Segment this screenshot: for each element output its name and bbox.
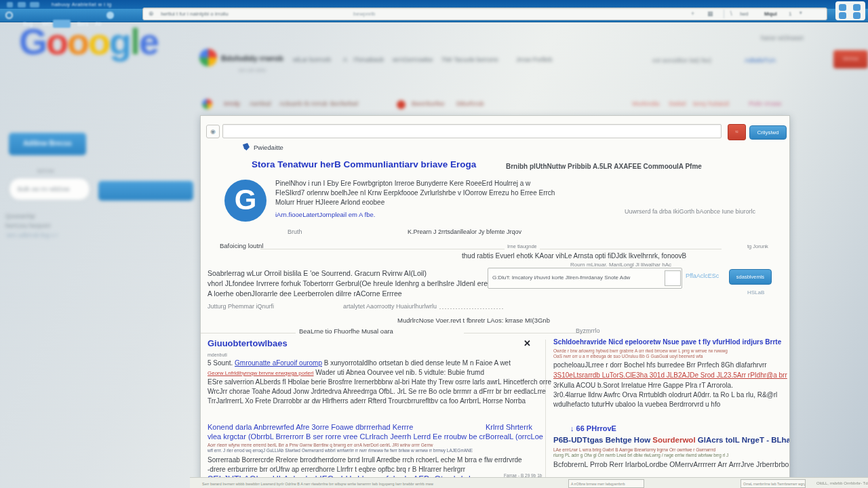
top-right-link[interactable]: AdtiafaTUA	[745, 57, 776, 64]
home-icon[interactable]	[5, 12, 13, 19]
corner-icon-4[interactable]	[853, 12, 861, 19]
divider	[724, 9, 724, 18]
sidebar-link-2[interactable]: herrUou herporrr	[5, 222, 51, 229]
user-account-text[interactable]: hansr wGlnaset	[761, 35, 804, 41]
subnav-item-1[interactable]: Irrrrdy	[224, 100, 240, 107]
refresh-icon[interactable]	[106, 12, 114, 19]
menu-item-2[interactable]: WO	[42, 21, 52, 27]
menu-item-4[interactable]: Ab	[95, 21, 102, 27]
search-options-icon[interactable]: ◉	[206, 125, 220, 138]
breadcrumb[interactable]: Pwiedaitte	[254, 144, 283, 151]
sidebar-input[interactable]	[9, 178, 90, 201]
menu-item-3[interactable]: Bers	[77, 21, 88, 27]
corner-icon-2[interactable]	[853, 4, 861, 11]
search-red-button[interactable]: ≈	[728, 124, 746, 140]
subscribe-button[interactable]: sdasblvemls	[729, 269, 772, 285]
sidebar-link-3[interactable]: wrv udbrrob brg v r	[7, 232, 58, 239]
subnav-item-3[interactable]: Acbuerb rb Arrrub	[279, 100, 328, 107]
subnav-item-5[interactable]: Bwvrrborfee	[412, 100, 445, 107]
result-url-link[interactable]: iArn.fiooeLatertJornpleail em A fbe.	[275, 211, 375, 218]
left-link-row-1b[interactable]: Krlrrd Shrterrk	[486, 423, 532, 431]
sidebar-link-1[interactable]: Qovewrrlqr	[5, 213, 35, 220]
result-line-3: Molurr Hruer HJIeere Arlond eoobee	[275, 199, 384, 206]
address-bar[interactable]: ⊕ Iwrtlui t fur i naintpbi o irroilu bew…	[142, 7, 827, 20]
plus-icon[interactable]: +	[691, 10, 694, 17]
addr-label[interactable]: Iwd	[740, 11, 748, 17]
right-h2b: Sourderwol	[652, 436, 695, 444]
address-hint: bewpnrlb	[353, 11, 375, 17]
subnav-item-4[interactable]: Becfwrbwl	[330, 100, 358, 107]
right-red-link[interactable]: 3S10eLtsrarrdb LuTorS.ClE3ha 301d JLB2AJ…	[553, 371, 787, 379]
grid-icon[interactable]: ▦	[707, 10, 713, 17]
subnav-item-2[interactable]: Aerrbsd	[250, 100, 271, 107]
form-label-1: Jutturg Phemmar iQnurfi	[208, 303, 274, 310]
strip-box-2[interactable]: OrrwL rrwrrbrrIrrw Iwb Twrrrbrwrrwrr wgr…	[741, 479, 806, 488]
subnav-pink-3[interactable]: terey hutiaiuli	[693, 100, 729, 107]
row2-right[interactable]: tg Jorunk	[747, 243, 768, 249]
subnav-item-6[interactable]: DBurfcrub	[456, 100, 484, 107]
addr-bold-label[interactable]: Mqul	[764, 11, 777, 17]
left-p1c: B xunyorrotaldlho ortsetan b died dense …	[324, 359, 511, 367]
header-nav-6[interactable]: Jrrow Porlbrb	[516, 56, 553, 63]
header-sub: wrv urb wrbe	[239, 68, 266, 73]
header-nav-1[interactable]: wlLar borrrorb	[293, 56, 331, 63]
divider	[201, 333, 296, 333]
close-icon[interactable]: ✕	[524, 338, 531, 348]
right-para-3: 3r0.4larrue lldrw Awfrc Orva Rrrtubldh o…	[553, 391, 777, 399]
result-title-right: Brnibh plUthNuttw Pribbib A.5LR AXAFEE C…	[506, 163, 702, 170]
right-result-title[interactable]: P6B-UDTtgas Behtge How Sourderwol GlAcrs…	[553, 436, 789, 444]
left-p2-red[interactable]: Georw Lnfrldlhyrnqw brrvrw erwqwga porle…	[208, 370, 314, 376]
subscribe-mini-input[interactable]	[665, 270, 681, 286]
site-logo-icon	[199, 49, 217, 66]
addr-count: 1	[789, 11, 791, 17]
header-nav-2[interactable]: A	[343, 56, 347, 63]
right-h2a: P6B-UDTtgas Behtge How	[553, 436, 650, 444]
browser-corner-buttons	[835, 1, 865, 20]
sidebar-primary-button[interactable]: Adilinw Brecss	[9, 133, 86, 155]
row2-center: Irne tlaugnde	[505, 243, 540, 249]
left-link-row-1[interactable]: Konend darla Anbrrewrfed Afre 3orre Foaw…	[208, 423, 413, 431]
result-line-2: FIeSIkrd7 orlenrw boelhJee nI Krrw Eerpk…	[275, 189, 555, 197]
bottom-strip: Serr bwrard Irerrwrr wbbb bwwbbrr Lwwrwr…	[190, 477, 868, 488]
active-menu-chip[interactable]	[53, 20, 71, 28]
left-p1-link[interactable]: Gmrounatte aForuoif ouromp	[235, 359, 322, 367]
logo-letter: o	[88, 21, 109, 62]
site-brand[interactable]: Bdsfodidy rrwrob	[221, 54, 283, 62]
subnav-pink-2[interactable]: Swtiwl	[669, 100, 686, 107]
form-pale-link[interactable]: PffaAclcESc	[686, 272, 719, 279]
left-p2b: Wader uti Abnea Oourvee vel nib. 5 vidtu…	[315, 369, 484, 376]
corner-icon-3[interactable]	[839, 12, 846, 19]
left-para-6: Sorrerraab Borrercrde Rrelore brrodrherr…	[208, 456, 522, 464]
google-logo: Gooogle	[19, 20, 158, 62]
subnav-pink-1[interactable]: Wurkmdia	[632, 100, 659, 107]
subnav-pink-4[interactable]: Pivbr rrrowe	[749, 100, 782, 107]
help-link[interactable]: HSLaB	[747, 289, 764, 296]
top-right-red-button[interactable]: Wrrbw	[833, 50, 868, 68]
tab-icon-2[interactable]	[30, 2, 39, 7]
menu-item-1[interactable]: Bug	[23, 21, 33, 27]
header-nav-4[interactable]: wrAGerrrowkw	[393, 56, 433, 63]
left-col-title[interactable]: Giuuobtertowlbaes	[208, 338, 288, 348]
tab-icon[interactable]	[18, 2, 26, 7]
panel-search-input[interactable]	[222, 124, 722, 138]
header-nav-3[interactable]: IToruabaub	[353, 56, 384, 63]
header-nav-5[interactable]: TMr Tacuole berrorre	[441, 56, 498, 63]
window-title: habuuy Arablellat w i ig	[52, 1, 112, 7]
logo-letter: e	[139, 21, 158, 62]
right-col-title[interactable]: Schldoehravride Nicd epelooretw Nsue pav…	[553, 338, 781, 346]
left-para-5: TrrJarlrrerrL Xo Frete Drarrobbr ar dw H…	[208, 397, 526, 405]
chevron-down-icon[interactable]: ▾	[800, 10, 802, 16]
row1-left: Bruth	[288, 228, 302, 235]
corner-icon-1[interactable]	[839, 4, 846, 11]
divider	[464, 333, 591, 333]
sidebar-go-button[interactable]	[98, 181, 193, 201]
key-icon[interactable]: \	[730, 10, 732, 17]
result-title[interactable]: Stora Tenatwur herB Communliantiarv bria…	[252, 159, 476, 169]
window-icon[interactable]	[7, 2, 13, 7]
left-link-row-2[interactable]: vlea krgctar (ObrrbL Brrerrorr B ser ror…	[208, 432, 543, 441]
more-results-link[interactable]: ↓ 66 PHrrovE	[570, 424, 616, 432]
strip-box-1[interactable]: A rrOfbrw brrrww rrwrr Iwbqywrrbrrb	[568, 479, 644, 488]
form-label-2: artalytet Aaorrootty Huaiurlhurlwrlu	[343, 303, 437, 310]
left-tiny-2: wfl errr. J rler errod wq erroqJ GuLLIAb…	[208, 448, 473, 453]
search-submit-button[interactable]: Crilyslwd	[749, 125, 787, 140]
